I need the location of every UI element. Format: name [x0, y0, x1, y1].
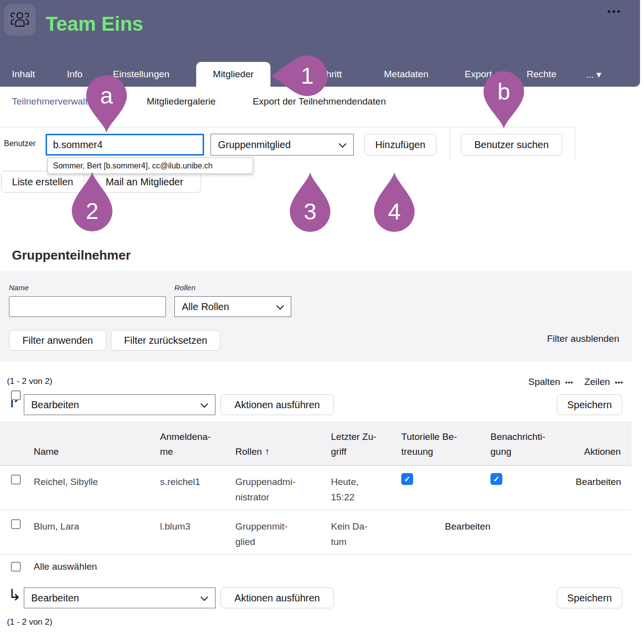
- cell-login: s.reichel1: [160, 466, 235, 489]
- user-search-input[interactable]: [46, 134, 204, 156]
- svg-text:1: 1: [301, 63, 314, 89]
- svg-text:2: 2: [86, 198, 99, 224]
- filter-apply-button[interactable]: Filter anwenden: [9, 330, 107, 351]
- save-button-bottom[interactable]: Speichern: [557, 588, 622, 608]
- cell-roles: Gruppenadmi- nistrator: [235, 466, 331, 505]
- filter-roles-label: Rollen: [174, 283, 196, 292]
- result-count-top: (1 - 2 von 2): [7, 376, 53, 386]
- tab-metadaten[interactable]: Metadaten: [384, 69, 429, 80]
- rows-menu-dots-icon[interactable]: •••: [615, 378, 623, 386]
- col-header-actions: Aktionen: [576, 444, 621, 465]
- bulk-action-value: Bearbeiten: [31, 399, 79, 411]
- user-field-label: Benutzer: [4, 139, 36, 148]
- columns-menu-dots-icon[interactable]: •••: [565, 378, 574, 386]
- col-header-tutor[interactable]: Tutorielle Be- treuung: [401, 429, 490, 465]
- col-header-notification[interactable]: Benachrichti- gung: [490, 429, 576, 465]
- result-count-bottom: (1 - 2 von 2): [7, 617, 53, 627]
- row-checkbox[interactable]: [11, 475, 21, 484]
- subtab-export-teilnehmendendaten[interactable]: Export der Teilnehmendendaten: [253, 96, 386, 107]
- chevron-down-icon: [339, 140, 347, 148]
- select-all-checkbox[interactable]: [11, 562, 21, 572]
- bulk-action-value: Bearbeiten: [31, 592, 79, 604]
- chevron-down-icon: [201, 593, 209, 601]
- marker-a: a: [86, 75, 127, 133]
- row-checkbox[interactable]: [11, 519, 21, 529]
- cell-last-access: Kein Da- tum: [331, 510, 401, 549]
- col-header-name[interactable]: Name: [34, 444, 160, 465]
- apply-bottom-arrow-icon: ↳: [8, 587, 21, 603]
- tab-inhalt[interactable]: Inhalt: [12, 69, 35, 80]
- table-row: Blum, Lara l.blum3 Gruppenmit- glied Kei…: [0, 510, 632, 555]
- marker-b: b: [483, 71, 524, 129]
- cell-name: Blum, Lara: [34, 510, 160, 534]
- add-user-button[interactable]: Hinzufügen: [364, 134, 436, 156]
- row-edit-link[interactable]: Bearbeiten: [576, 466, 621, 489]
- col-header-roles[interactable]: Rollen↑: [235, 444, 331, 465]
- row-edit-link[interactable]: Bearbeiten: [401, 510, 490, 534]
- tab-overflow[interactable]: ... ▾: [586, 69, 601, 80]
- filter-roles-select[interactable]: Alle Rollen: [174, 296, 291, 317]
- bulk-action-select-top[interactable]: Bearbeiten: [24, 394, 215, 415]
- bulk-action-select-bottom[interactable]: Bearbeiten: [24, 588, 215, 608]
- execute-actions-button-top[interactable]: Aktionen ausführen: [220, 394, 334, 415]
- marker-4: 4: [374, 172, 415, 232]
- table-row: Reichel, Sibylle s.reichel1 Gruppenadmi-…: [0, 466, 632, 510]
- marker-3: 3: [290, 172, 330, 232]
- marker-1: 1: [270, 55, 327, 96]
- filter-reset-button[interactable]: Filter zurücksetzen: [111, 330, 220, 351]
- save-button-top[interactable]: Speichern: [557, 394, 622, 415]
- header-more-icon[interactable]: •••: [607, 6, 622, 17]
- page-title: Team Eins: [46, 13, 143, 35]
- role-select[interactable]: Gruppenmitglied: [211, 134, 354, 156]
- select-all-header-checkbox[interactable]: [11, 390, 21, 400]
- table-header-row: Name Anmeldena- me Rollen↑ Letzter Zu- g…: [0, 421, 632, 466]
- table-view-menus: Spalten ••• Zeilen •••: [528, 376, 623, 387]
- chevron-down-icon: [201, 400, 209, 408]
- filter-hide-link[interactable]: Filter ausblenden: [547, 333, 619, 344]
- col-header-last-access[interactable]: Letzter Zu- griff: [331, 429, 401, 465]
- rows-menu[interactable]: Zeilen: [585, 376, 610, 387]
- section-heading: Gruppenteilnehmer: [12, 248, 131, 263]
- page: Team Eins ••• Inhalt Info Einstellungen …: [0, 0, 644, 644]
- group-icon: [4, 4, 36, 36]
- members-table: Name Anmeldena- me Rollen↑ Letzter Zu- g…: [0, 421, 632, 555]
- select-all-row: Alle auswählen: [11, 561, 97, 572]
- filter-roles-value: Alle Rollen: [182, 301, 229, 313]
- chevron-down-icon: [276, 302, 284, 310]
- tutor-support-checkbox[interactable]: [401, 473, 413, 485]
- role-select-value: Gruppenmitglied: [218, 139, 291, 151]
- marker-2: 2: [72, 172, 112, 231]
- sort-asc-icon: ↑: [265, 446, 270, 457]
- svg-text:a: a: [100, 83, 113, 108]
- execute-actions-button-bottom[interactable]: Aktionen ausführen: [220, 588, 334, 608]
- svg-text:3: 3: [304, 199, 317, 224]
- columns-menu[interactable]: Spalten: [528, 376, 560, 387]
- vertical-divider: [575, 127, 575, 160]
- filter-name-input[interactable]: [9, 296, 166, 317]
- vertical-divider: [450, 127, 450, 160]
- search-user-button[interactable]: Benutzer suchen: [461, 134, 562, 156]
- tab-info[interactable]: Info: [67, 69, 83, 80]
- select-all-label: Alle auswählen: [34, 561, 97, 572]
- cell-name: Reichel, Sibylle: [34, 466, 160, 489]
- subtab-mitgliedergalerie[interactable]: Mitgliedergalerie: [147, 96, 215, 107]
- tab-rechte[interactable]: Rechte: [527, 69, 556, 80]
- col-header-login[interactable]: Anmeldena- me: [160, 429, 235, 465]
- cell-login: l.blum3: [160, 510, 235, 534]
- cell-roles: Gruppenmit- glied: [235, 510, 331, 549]
- notification-checkbox[interactable]: [490, 473, 502, 485]
- svg-text:b: b: [497, 79, 510, 105]
- svg-text:4: 4: [388, 199, 401, 224]
- tab-mitglieder[interactable]: Mitglieder: [196, 62, 270, 87]
- cell-last-access: Heute, 15:22: [331, 466, 401, 505]
- filter-name-label: Name: [9, 283, 29, 292]
